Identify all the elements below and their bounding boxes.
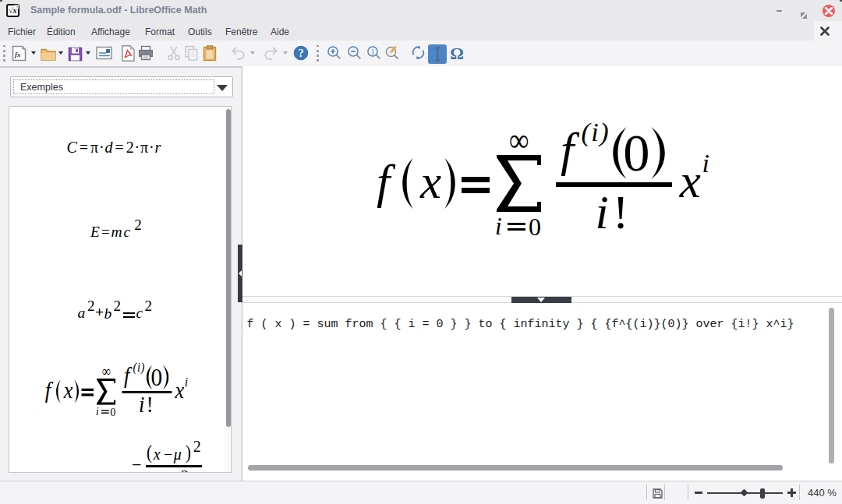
svg-text:?: ?	[298, 47, 303, 59]
svg-text:1: 1	[371, 48, 375, 56]
svg-text:fx: fx	[15, 51, 21, 58]
svg-text:Ω: Ω	[450, 45, 464, 62]
